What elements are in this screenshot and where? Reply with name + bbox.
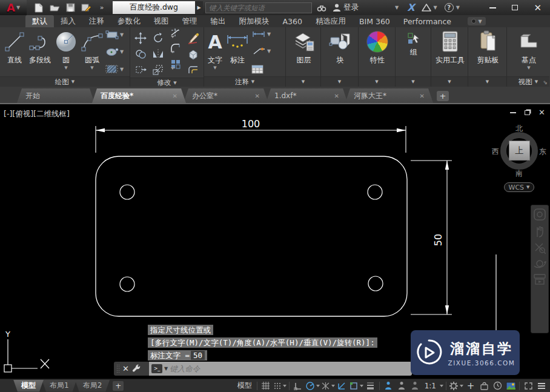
circle-caret-icon[interactable]: ▼ bbox=[64, 65, 67, 70]
annotation-scale-value[interactable]: 1:1 bbox=[422, 380, 443, 391]
line-button[interactable]: 直线 bbox=[2, 29, 27, 66]
stretch-button[interactable] bbox=[134, 65, 147, 75]
properties-button[interactable]: 特性 bbox=[365, 29, 389, 66]
app-menu-button[interactable]: A ▼ bbox=[0, 0, 27, 15]
panel-launcher-icon[interactable]: ⇘ bbox=[543, 79, 548, 85]
annotation-autoscale-toggle[interactable] bbox=[396, 380, 408, 391]
help-search-field[interactable] bbox=[205, 2, 312, 13]
dimension-button[interactable]: 标注 bbox=[224, 29, 251, 66]
tab-insert[interactable]: 插入 bbox=[54, 15, 82, 27]
isolate-objects-toggle[interactable] bbox=[491, 380, 503, 391]
hatch-button[interactable]: ▼ bbox=[105, 64, 124, 74]
erase-button[interactable] bbox=[187, 32, 199, 44]
viewcube-north-label[interactable]: 北 bbox=[515, 124, 523, 134]
a360-button[interactable]: ▼ bbox=[421, 2, 437, 14]
qat-more-button[interactable]: » bbox=[96, 2, 108, 13]
plate-outline[interactable] bbox=[96, 156, 407, 316]
command-line-bar[interactable]: ✕ >_ ▼ bbox=[114, 362, 412, 376]
panel-label-block[interactable]: ▼ bbox=[321, 76, 358, 87]
scale-button[interactable] bbox=[152, 64, 164, 76]
open-file-button[interactable] bbox=[48, 2, 61, 13]
command-input[interactable] bbox=[170, 364, 409, 373]
signin-caret-icon[interactable]: ▼ bbox=[395, 5, 399, 10]
snap-caret-icon[interactable] bbox=[283, 385, 287, 387]
file-tab-start[interactable]: 开始 bbox=[17, 88, 94, 103]
offset-button[interactable] bbox=[187, 65, 199, 75]
tab-parametric[interactable]: 参数化 bbox=[111, 15, 147, 27]
object-snap-caret-icon[interactable] bbox=[360, 385, 363, 387]
exchange-apps-button[interactable]: X bbox=[407, 2, 414, 14]
dimension-height[interactable]: 50 bbox=[411, 161, 452, 314]
panel-label-draw[interactable]: 绘图▼ bbox=[0, 76, 130, 87]
zoom-icon[interactable] bbox=[534, 242, 546, 254]
isodraft-caret-icon[interactable] bbox=[331, 385, 335, 387]
close-button[interactable]: ✕ bbox=[534, 5, 542, 11]
clean-screen-toggle[interactable] bbox=[522, 380, 534, 391]
model-space-toggle[interactable]: 模型 bbox=[235, 380, 254, 391]
command-input-area[interactable]: >_ ▼ bbox=[149, 362, 412, 376]
tab-annotate[interactable]: 注释 bbox=[82, 15, 111, 27]
dimension-width[interactable]: 100 bbox=[96, 118, 406, 153]
workspace-caret-icon[interactable] bbox=[460, 385, 463, 387]
copy-button[interactable] bbox=[134, 48, 147, 59]
move-button[interactable] bbox=[134, 32, 147, 44]
layout-tab-layout2[interactable]: 布局2 bbox=[75, 380, 110, 392]
panel-label-modify[interactable]: 修改▼ bbox=[130, 78, 204, 87]
circle-button[interactable]: 圆 ▼ bbox=[53, 29, 79, 71]
maximize-button[interactable] bbox=[512, 5, 518, 10]
annotation-scale-person[interactable] bbox=[409, 380, 421, 391]
viewcube-top-face[interactable]: 上 bbox=[509, 141, 530, 161]
new-layout-button[interactable]: + bbox=[113, 381, 124, 391]
new-file-button[interactable] bbox=[33, 2, 45, 13]
customize-wrench-icon[interactable] bbox=[132, 364, 141, 373]
panel-label-layers[interactable]: ▼ bbox=[286, 76, 320, 87]
panel-label-properties[interactable]: ▼ bbox=[359, 76, 395, 87]
command-close-icon[interactable]: ✕ bbox=[122, 364, 129, 373]
command-caret-icon[interactable]: ▼ bbox=[164, 366, 168, 371]
panel-label-group[interactable]: ▼ bbox=[396, 76, 431, 87]
polyline-button[interactable]: 多段线 bbox=[27, 29, 53, 66]
tab-featured-apps[interactable]: 精选应用 bbox=[309, 15, 353, 27]
close-tab-icon[interactable]: ✕ bbox=[173, 93, 177, 99]
customization-menu[interactable] bbox=[535, 380, 548, 391]
table-button[interactable] bbox=[251, 65, 271, 74]
viewport-restore-icon[interactable] bbox=[525, 110, 530, 115]
layer-properties-button[interactable]: 图层 bbox=[291, 29, 317, 66]
rotate-button[interactable] bbox=[152, 32, 164, 44]
signin-button[interactable]: 登录 bbox=[333, 2, 359, 14]
workspace-switch[interactable] bbox=[449, 380, 463, 391]
annotation-visibility-toggle[interactable] bbox=[382, 380, 394, 391]
clipboard-button[interactable]: 剪贴板 bbox=[476, 29, 500, 66]
new-tab-button[interactable]: + bbox=[437, 91, 449, 101]
snap-toggle[interactable] bbox=[273, 380, 287, 391]
hole-bottom-right[interactable] bbox=[368, 276, 383, 291]
close-tab-icon[interactable]: ✕ bbox=[255, 93, 260, 99]
orbit-icon[interactable] bbox=[533, 257, 546, 270]
viewport-controls-label[interactable]: [-][俯视][二维线框] bbox=[4, 109, 70, 119]
ellipse-button[interactable]: ▼ bbox=[105, 47, 124, 56]
rectangle-button[interactable]: ▼ bbox=[105, 30, 124, 39]
ortho-toggle[interactable] bbox=[292, 380, 304, 391]
file-tab-baidujingyan[interactable]: 百度经验* ✕ bbox=[92, 88, 186, 103]
panel-label-view[interactable]: 视图▼ ⇘ bbox=[507, 76, 549, 87]
tab-manage[interactable]: 管理 bbox=[176, 15, 204, 27]
lineweight-toggle[interactable] bbox=[365, 380, 377, 391]
linear-dim-button[interactable]: ▼ bbox=[251, 30, 271, 38]
layout-tab-layout1[interactable]: 布局1 bbox=[42, 380, 77, 392]
panel-label-utilities[interactable]: ▼ bbox=[431, 76, 468, 87]
text-button[interactable]: A 文字 ▼ bbox=[207, 29, 224, 71]
annotation-monitor-toggle[interactable]: + bbox=[465, 380, 477, 391]
basepoint-caret-icon[interactable]: ▼ bbox=[527, 65, 530, 70]
text-caret-icon[interactable]: ▼ bbox=[213, 65, 216, 70]
object-snap-toggle[interactable] bbox=[350, 380, 363, 391]
help-button[interactable]: ? ▼ bbox=[445, 2, 460, 14]
pan-icon[interactable] bbox=[534, 225, 546, 238]
insert-block-button[interactable]: 块 bbox=[326, 29, 354, 66]
hardware-acceleration-toggle[interactable] bbox=[505, 380, 517, 391]
search-button[interactable] bbox=[317, 2, 326, 14]
viewcube-south-label[interactable]: 南 bbox=[515, 168, 523, 179]
utilities-button[interactable]: 实用工具 bbox=[434, 29, 466, 66]
tab-home[interactable]: 默认 bbox=[25, 15, 54, 27]
showmotion-icon[interactable] bbox=[533, 273, 546, 285]
hole-top-left[interactable] bbox=[120, 185, 134, 199]
